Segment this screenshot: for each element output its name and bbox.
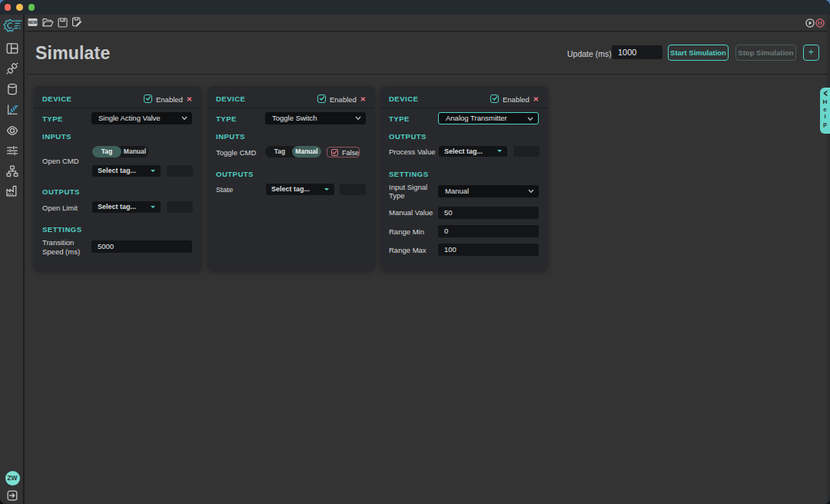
svg-text:NEW: NEW [28, 20, 38, 25]
